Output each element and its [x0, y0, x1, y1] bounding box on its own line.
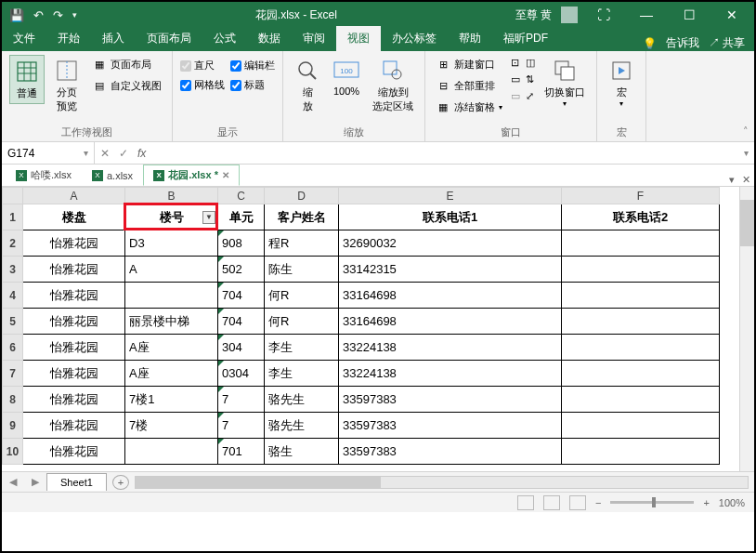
cell[interactable]: A座 — [125, 335, 218, 361]
filter-dropdown-icon[interactable]: ▼ — [202, 211, 215, 224]
column-header[interactable]: E — [339, 188, 562, 204]
column-header[interactable]: F — [562, 188, 720, 204]
cell[interactable]: 33164698 — [339, 283, 562, 309]
formula-bar-checkbox[interactable]: 编辑栏 — [230, 59, 275, 72]
cell[interactable]: 怡雅花园 — [23, 230, 125, 257]
zoom-out-button[interactable]: − — [595, 497, 601, 508]
cell[interactable] — [562, 361, 720, 387]
cell[interactable] — [562, 230, 720, 257]
name-box-dropdown-icon[interactable]: ▾ — [84, 148, 88, 158]
enter-formula-icon[interactable]: ✓ — [119, 147, 128, 160]
column-header[interactable]: A — [23, 188, 125, 204]
cell[interactable]: 33224138 — [339, 335, 562, 361]
cell[interactable]: 7楼1 — [125, 387, 218, 413]
close-workbook-icon[interactable]: ✕ — [742, 174, 750, 186]
switch-windows-button[interactable]: 切换窗口 ▾ — [541, 55, 589, 111]
page-break-preview-button[interactable]: 分页 预览 — [50, 55, 84, 116]
cell[interactable]: 908 — [218, 230, 265, 257]
select-all-corner[interactable] — [3, 188, 23, 204]
row-header[interactable]: 5 — [3, 309, 23, 335]
cell[interactable]: 骆先生 — [265, 387, 339, 413]
page-layout-toggle[interactable] — [543, 495, 560, 510]
table-header-cell[interactable]: 楼盘 — [23, 204, 125, 230]
ribbon-options-icon[interactable]: ⛶ — [587, 7, 620, 22]
column-header[interactable]: B — [125, 188, 218, 204]
cell[interactable]: 32690032 — [339, 230, 562, 257]
formula-input[interactable] — [155, 147, 733, 160]
headings-checkbox[interactable]: 标题 — [230, 78, 275, 92]
close-button[interactable]: ✕ — [715, 7, 749, 22]
cell[interactable]: 怡雅花园 — [23, 283, 125, 309]
cell[interactable]: 33142315 — [339, 257, 562, 283]
cell[interactable]: D3 — [125, 230, 218, 257]
ribbon-tab-0[interactable]: 文件 — [2, 26, 46, 51]
freeze-panes-button[interactable]: ▦冻结窗格 ▾ — [433, 98, 505, 116]
row-header[interactable]: 9 — [3, 413, 23, 439]
ribbon-tab-1[interactable]: 开始 — [46, 26, 91, 51]
cell[interactable]: 704 — [218, 283, 265, 309]
add-sheet-button[interactable]: + — [112, 475, 129, 490]
zoom-in-button[interactable]: + — [703, 497, 709, 508]
cell[interactable] — [562, 439, 720, 465]
hide-icon[interactable]: ▭ — [511, 73, 520, 86]
workbook-tab-1[interactable]: Xa.xlsx — [82, 165, 143, 186]
vertical-scrollbar[interactable] — [739, 187, 754, 471]
save-icon[interactable]: 💾 — [9, 8, 24, 22]
cell[interactable]: 怡雅花园 — [23, 309, 125, 335]
name-box[interactable]: G174 ▾ — [2, 142, 95, 164]
fx-icon[interactable]: fx — [137, 147, 146, 160]
gridlines-checkbox[interactable]: 网格线 — [180, 78, 225, 92]
cell[interactable]: 704 — [218, 309, 265, 335]
ribbon-tab-3[interactable]: 页面布局 — [136, 26, 202, 51]
tell-me-button[interactable]: 告诉我 — [666, 35, 699, 51]
ribbon-tab-6[interactable]: 审阅 — [292, 26, 336, 51]
cell[interactable]: 怡雅花园 — [23, 257, 125, 283]
ribbon-tab-8[interactable]: 办公标签 — [381, 26, 448, 51]
normal-view-toggle[interactable] — [517, 495, 534, 510]
sheet-nav-prev-icon[interactable]: ◀ — [2, 476, 24, 488]
reset-position-icon[interactable]: ⤢ — [526, 90, 535, 102]
cell[interactable]: 33597383 — [339, 387, 562, 413]
cell[interactable]: 7 — [218, 413, 265, 439]
table-header-cell[interactable]: 客户姓名 — [265, 204, 339, 230]
table-header-cell[interactable]: 单元 — [218, 204, 265, 230]
maximize-button[interactable]: ☐ — [672, 7, 706, 22]
row-header[interactable]: 2 — [3, 230, 23, 257]
cell[interactable] — [562, 335, 720, 361]
cell[interactable] — [562, 413, 720, 439]
minimize-button[interactable]: — — [630, 7, 663, 22]
column-header[interactable]: C — [218, 188, 265, 204]
arrange-all-button[interactable]: ⊟全部重排 — [433, 76, 505, 95]
row-header[interactable]: 3 — [3, 257, 23, 283]
cell[interactable]: A座 — [125, 361, 218, 387]
cell[interactable]: 7 — [218, 387, 265, 413]
zoom-slider[interactable] — [610, 501, 694, 504]
tab-dropdown-icon[interactable]: ▾ — [729, 174, 735, 186]
cell[interactable]: 7楼 — [125, 413, 218, 439]
scrollbar-thumb[interactable] — [136, 477, 381, 488]
row-header[interactable]: 4 — [3, 283, 23, 309]
table-header-cell[interactable]: 联系电话1 — [339, 204, 562, 230]
row-header[interactable]: 6 — [3, 335, 23, 361]
cell[interactable]: 李生 — [265, 335, 339, 361]
cell[interactable]: 33164698 — [339, 309, 562, 335]
workbook-tab-2[interactable]: X花园.xlsx *✕ — [143, 165, 240, 186]
cell[interactable]: 丽景楼中梯 — [125, 309, 218, 335]
cell[interactable]: A — [125, 257, 218, 283]
cell[interactable]: 李生 — [265, 361, 339, 387]
cell[interactable]: 怡雅花园 — [23, 387, 125, 413]
qat-dropdown-icon[interactable]: ▾ — [72, 10, 77, 20]
cell[interactable]: 何R — [265, 309, 339, 335]
page-break-toggle[interactable] — [569, 495, 586, 510]
unhide-icon[interactable]: ▭ — [511, 90, 520, 102]
undo-icon[interactable]: ↶ — [33, 8, 44, 22]
cancel-formula-icon[interactable]: ✕ — [100, 147, 110, 160]
ribbon-tab-10[interactable]: 福昕PDF — [492, 26, 559, 51]
new-window-button[interactable]: ⊞新建窗口 — [433, 55, 505, 73]
share-button[interactable]: ↗ 共享 — [709, 35, 745, 51]
cell[interactable] — [125, 439, 218, 465]
cell[interactable]: 0304 — [218, 361, 265, 387]
cell[interactable]: 33597383 — [339, 439, 562, 465]
normal-view-button[interactable]: 普通 — [9, 55, 45, 104]
cell[interactable]: 怡雅花园 — [23, 335, 125, 361]
